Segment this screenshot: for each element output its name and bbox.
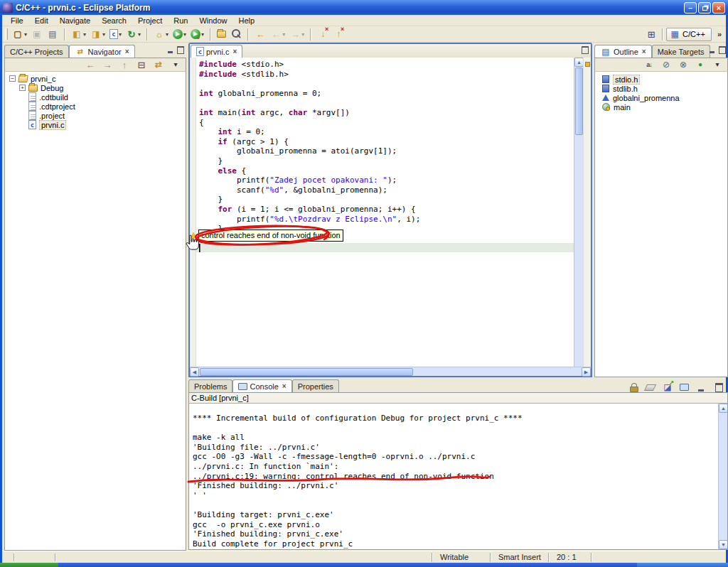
menu-item-file[interactable]: File <box>5 16 29 26</box>
view-button-collapse-all[interactable] <box>134 58 149 72</box>
expand-icon[interactable]: + <box>19 85 26 91</box>
view-button-clear-console[interactable] <box>642 380 658 394</box>
view-button-maximize[interactable] <box>711 380 727 394</box>
tab-outline[interactable]: Outline × <box>594 45 652 58</box>
scrollbar-thumb[interactable] <box>200 368 413 376</box>
outline-item-stdio-h[interactable]: stdio.h <box>595 75 727 84</box>
tree-item-project[interactable]: .project <box>5 111 186 120</box>
tree-item-prvni_c[interactable]: −prvni_c <box>5 74 186 83</box>
tree-item-Debug[interactable]: +Debug <box>5 83 186 92</box>
toolbar-button-print[interactable] <box>45 27 60 41</box>
annotation-ruler[interactable] <box>190 58 196 367</box>
tab-prvni-c[interactable]: prvni.c × <box>191 45 242 58</box>
tree-item-cdtproject[interactable]: .cdtproject <box>5 102 186 111</box>
toolbar-button-new-file-wizard[interactable]: ▾ <box>88 27 107 41</box>
toolbar-button-search[interactable] <box>228 27 244 41</box>
toolbar-button-prev-annotation[interactable] <box>331 27 346 41</box>
toolbar-button-last-edit[interactable] <box>252 27 268 41</box>
dropdown-arrow-icon[interactable]: ▾ <box>183 31 186 38</box>
menu-item-navigate[interactable]: Navigate <box>54 16 96 26</box>
view-button-back[interactable] <box>82 58 98 72</box>
editor-vertical-scrollbar[interactable]: ▲ <box>574 58 583 367</box>
overview-ruler[interactable] <box>583 58 591 367</box>
view-button-sort[interactable] <box>641 58 657 72</box>
editor-content[interactable]: #include <stdio.h>#include <stdlib.h> in… <box>190 58 591 376</box>
view-button-minimize[interactable] <box>693 380 709 394</box>
view-button-pin-console[interactable] <box>660 380 675 394</box>
scroll-left-icon[interactable]: ◀ <box>190 367 199 377</box>
cpp-perspective-button[interactable]: C/C++ <box>666 28 712 41</box>
close-icon[interactable]: × <box>232 48 237 55</box>
menu-item-search[interactable]: Search <box>96 16 132 26</box>
close-button[interactable]: × <box>712 2 725 14</box>
tab-console[interactable]: Console × <box>232 379 291 392</box>
perspective-overflow-chevron[interactable]: » <box>712 30 726 38</box>
view-minimize-button[interactable] <box>166 46 174 54</box>
warning-marker-icon[interactable] <box>191 232 196 238</box>
tree-item-prvni-c[interactable]: prvni.c <box>5 120 186 129</box>
menu-item-window[interactable]: Window <box>193 16 232 26</box>
console-body[interactable]: **** Incremental build of configuration … <box>188 404 728 550</box>
close-icon[interactable]: × <box>125 48 129 55</box>
toolbar-button-new-cpp-wizard[interactable]: ▾ <box>69 27 88 41</box>
view-button-link-editor[interactable] <box>151 58 166 72</box>
toolbar-button-external-tools[interactable]: ▾ <box>188 27 206 41</box>
outline-item-stdlib-h[interactable]: stdlib.h <box>595 84 727 93</box>
view-button-scroll-lock[interactable] <box>627 380 640 394</box>
toolbar-button-open-resource[interactable] <box>215 27 228 41</box>
view-minimize-button[interactable] <box>707 46 716 54</box>
view-button-hide-nonpublic[interactable] <box>692 58 708 72</box>
menu-item-project[interactable]: Project <box>132 16 168 26</box>
scrollbar-thumb[interactable] <box>575 68 583 135</box>
close-icon[interactable]: × <box>642 48 646 55</box>
toolbar-button-run[interactable]: ▾ <box>171 27 188 41</box>
dropdown-arrow-icon[interactable]: ▾ <box>201 31 204 38</box>
dropdown-arrow-icon[interactable]: ▾ <box>24 31 27 38</box>
minimize-button[interactable]: – <box>684 2 697 14</box>
view-button-hide-static[interactable] <box>675 58 691 72</box>
code-text[interactable]: #include <stdio.h>#include <stdlib.h> in… <box>196 58 574 367</box>
view-button-view-menu[interactable] <box>710 58 725 72</box>
view-maximize-button[interactable] <box>718 46 727 54</box>
view-button-hide-fields[interactable] <box>658 58 674 72</box>
dropdown-arrow-icon[interactable]: ▾ <box>301 31 304 38</box>
toolbar-button-debug[interactable]: ▾ <box>151 27 171 41</box>
dropdown-arrow-icon[interactable]: ▾ <box>282 31 285 38</box>
tab-problems[interactable]: Problems <box>188 379 232 392</box>
overview-warning-marker[interactable] <box>585 62 590 67</box>
menu-item-run[interactable]: Run <box>168 16 193 26</box>
scroll-up-icon[interactable]: ▲ <box>719 404 728 413</box>
scroll-right-icon[interactable]: ▶ <box>582 367 591 377</box>
windows-taskbar[interactable] <box>0 563 728 567</box>
dropdown-arrow-icon[interactable]: ▾ <box>83 31 86 38</box>
close-icon[interactable]: × <box>282 382 287 390</box>
restore-button[interactable] <box>698 2 711 14</box>
outline-item-main[interactable]: main <box>595 102 727 112</box>
toolbar-button-new-wizard[interactable]: ▾ <box>10 27 29 41</box>
view-maximize-button[interactable] <box>176 46 185 54</box>
start-button[interactable] <box>0 563 58 567</box>
dropdown-arrow-icon[interactable]: ▾ <box>102 31 105 38</box>
open-perspective-button[interactable] <box>643 27 659 41</box>
view-button-forward[interactable] <box>100 58 115 72</box>
view-button-view-menu[interactable] <box>168 58 183 72</box>
tab-properties[interactable]: Properties <box>292 379 339 392</box>
toolbar-button-next-annotation[interactable] <box>315 27 331 41</box>
collapse-icon[interactable]: − <box>9 75 16 82</box>
editor-horizontal-scrollbar[interactable]: ◀ ▶ <box>190 367 591 376</box>
view-button-open-console[interactable] <box>678 380 691 394</box>
dropdown-arrow-icon[interactable]: ▾ <box>138 31 141 38</box>
dropdown-arrow-icon[interactable]: ▾ <box>119 31 122 38</box>
toolbar-button-new-c-file[interactable]: ▾ <box>107 27 124 41</box>
title-bar[interactable]: C/C++ - prvni.c - Eclipse Platform – × <box>0 0 728 15</box>
toolbar-button-refresh-build[interactable]: ▾ <box>124 27 143 41</box>
menu-item-help[interactable]: Help <box>233 16 261 26</box>
tab-cpp-projects[interactable]: C/C++ Projects <box>4 45 69 58</box>
tab-make-targets[interactable]: Make Targets <box>652 45 710 58</box>
outline-item-globalni_promenna[interactable]: globalni_promenna <box>595 93 727 102</box>
tree-item-cdtbuild[interactable]: .cdtbuild <box>5 92 186 102</box>
dropdown-arrow-icon[interactable]: ▾ <box>166 31 168 38</box>
view-button-up[interactable] <box>117 58 132 72</box>
editor-maximize-button[interactable] <box>581 46 589 54</box>
tab-navigator[interactable]: Navigator × <box>69 45 135 58</box>
